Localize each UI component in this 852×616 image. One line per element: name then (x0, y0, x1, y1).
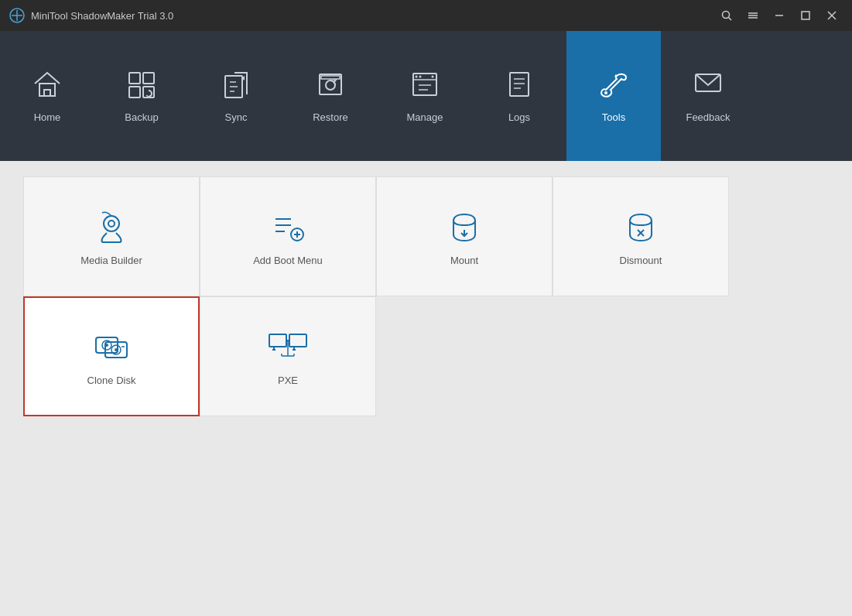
main-content: Media Builder Add Boot Menu (0, 161, 852, 616)
nav-home[interactable]: Home (0, 31, 94, 161)
nav-bar: Home Backup Sync (0, 31, 852, 161)
nav-sync[interactable]: Sync (189, 31, 283, 161)
title-bar-controls (716, 5, 843, 26)
nav-manage-label: Manage (407, 111, 443, 123)
nav-restore-label: Restore (313, 111, 348, 123)
tool-clone-disk-label: Clone Disk (87, 375, 136, 386)
tools-row2: Clone Disk (23, 296, 829, 416)
home-icon (32, 70, 63, 104)
restore-icon (315, 70, 346, 104)
nav-manage[interactable]: Manage (378, 31, 472, 161)
tool-mount[interactable]: Mount (376, 176, 553, 296)
pxe-icon (268, 327, 308, 367)
svg-rect-11 (44, 90, 50, 96)
nav-logs[interactable]: Logs (472, 31, 566, 161)
clone-disk-icon (91, 327, 132, 367)
tool-media-builder[interactable]: Media Builder (23, 176, 200, 296)
svg-rect-12 (129, 73, 140, 84)
title-bar: MiniTool ShadowMaker Trial 3.0 (0, 0, 852, 31)
app-logo (9, 8, 25, 23)
svg-rect-7 (802, 12, 809, 19)
mount-icon (444, 207, 484, 247)
svg-rect-15 (143, 87, 154, 98)
svg-point-26 (432, 75, 434, 77)
tools-icon (598, 70, 629, 104)
svg-point-34 (108, 221, 115, 227)
media-builder-icon (91, 207, 132, 247)
tool-pxe-label: PXE (278, 375, 298, 386)
nav-feedback[interactable]: Feedback (661, 31, 755, 161)
tool-dismount-label: Dismount (620, 255, 662, 266)
nav-home-label: Home (34, 111, 61, 123)
nav-feedback-label: Feedback (686, 111, 730, 123)
svg-point-24 (416, 75, 418, 77)
nav-restore[interactable]: Restore (283, 31, 378, 161)
svg-rect-27 (510, 73, 529, 96)
svg-rect-56 (289, 334, 306, 347)
app-title: MiniTool ShadowMaker Trial 3.0 (31, 10, 173, 22)
tool-dismount[interactable]: Dismount (553, 176, 729, 296)
manage-icon (409, 70, 440, 104)
maximize-button[interactable] (795, 5, 816, 26)
title-bar-left: MiniTool ShadowMaker Trial 3.0 (9, 8, 173, 23)
nav-sync-label: Sync (225, 111, 248, 123)
nav-backup[interactable]: Backup (94, 31, 189, 161)
nav-logs-label: Logs (508, 111, 530, 123)
svg-point-25 (419, 75, 422, 77)
add-boot-menu-icon (268, 207, 308, 247)
tools-row1: Media Builder Add Boot Menu (23, 176, 829, 296)
svg-point-33 (104, 216, 119, 231)
tool-add-boot-menu[interactable]: Add Boot Menu (200, 176, 376, 296)
feedback-icon (693, 70, 724, 104)
menu-button[interactable] (742, 5, 764, 26)
nav-backup-label: Backup (125, 111, 158, 123)
backup-icon (126, 70, 157, 104)
tool-pxe[interactable]: PXE (200, 296, 376, 416)
svg-rect-17 (320, 74, 341, 94)
svg-point-51 (115, 348, 118, 351)
svg-rect-14 (129, 87, 140, 98)
svg-line-2 (729, 18, 732, 21)
sync-icon (221, 70, 251, 104)
nav-tools-label: Tools (602, 111, 625, 123)
logs-icon (504, 70, 535, 104)
tool-add-boot-menu-label: Add Boot Menu (253, 255, 323, 266)
dismount-icon (621, 207, 661, 247)
search-button[interactable] (716, 5, 737, 26)
svg-rect-13 (143, 73, 154, 84)
nav-tools[interactable]: Tools (566, 31, 661, 161)
close-button[interactable] (821, 5, 843, 26)
tool-media-builder-label: Media Builder (80, 255, 142, 266)
svg-rect-53 (269, 334, 286, 347)
svg-rect-19 (321, 76, 340, 79)
svg-point-1 (723, 12, 730, 19)
svg-point-31 (604, 91, 607, 94)
tool-mount-label: Mount (450, 255, 478, 266)
tool-clone-disk[interactable]: Clone Disk (23, 296, 200, 416)
minimize-button[interactable] (768, 5, 790, 26)
